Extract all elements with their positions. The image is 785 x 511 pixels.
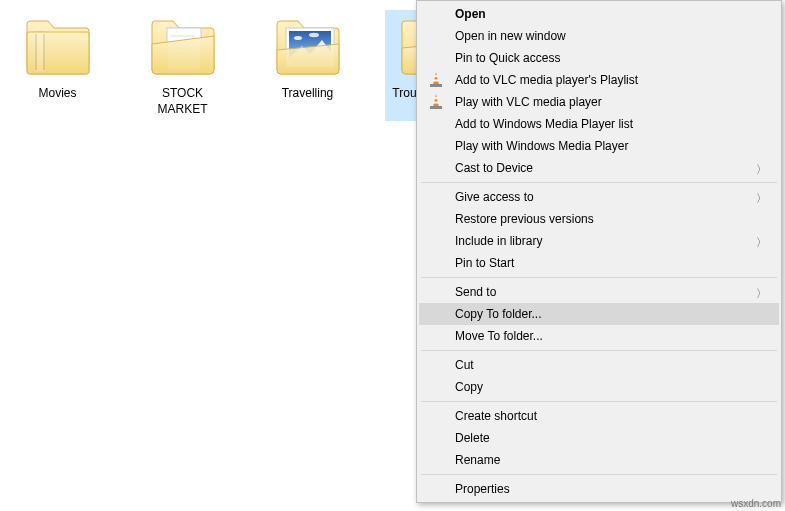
folder-movies[interactable]: Movies [10,10,105,121]
menu-item-cast-to-device[interactable]: Cast to Device〉 [419,157,779,179]
menu-item-open-in-new-window[interactable]: Open in new window [419,25,779,47]
menu-item-create-shortcut[interactable]: Create shortcut [419,405,779,427]
menu-item-add-to-windows-media-player-list[interactable]: Add to Windows Media Player list [419,113,779,135]
menu-item-give-access-to[interactable]: Give access to〉 [419,186,779,208]
menu-item-play-with-vlc-media-player[interactable]: Play with VLC media player [419,91,779,113]
vlc-icon [427,71,445,89]
menu-item-label: Give access to [455,190,534,204]
chevron-right-icon: 〉 [756,235,767,250]
menu-item-label: Play with Windows Media Player [455,139,628,153]
menu-item-play-with-windows-media-player[interactable]: Play with Windows Media Player [419,135,779,157]
menu-item-open[interactable]: Open [419,3,779,25]
menu-item-properties[interactable]: Properties [419,478,779,500]
menu-item-add-to-vlc-media-player-s-playlist[interactable]: Add to VLC media player's Playlist [419,69,779,91]
menu-item-pin-to-start[interactable]: Pin to Start [419,252,779,274]
svg-point-11 [294,36,302,40]
menu-item-rename[interactable]: Rename [419,449,779,471]
watermark: wsxdn.com [731,498,781,509]
menu-item-include-in-library[interactable]: Include in library〉 [419,230,779,252]
menu-item-label: Pin to Start [455,256,514,270]
menu-item-label: Cut [455,358,474,372]
folder-label: STOCK MARKET [139,86,226,117]
menu-item-delete[interactable]: Delete [419,427,779,449]
menu-separator [421,350,777,351]
menu-item-label: Play with VLC media player [455,95,602,109]
context-menu: OpenOpen in new windowPin to Quick acces… [416,0,782,503]
menu-item-label: Cast to Device [455,161,533,175]
vlc-icon [427,93,445,111]
menu-item-cut[interactable]: Cut [419,354,779,376]
menu-item-label: Copy To folder... [455,307,542,321]
menu-item-label: Rename [455,453,500,467]
svg-rect-19 [430,84,442,87]
folder-label: Travelling [282,86,334,102]
menu-item-restore-previous-versions[interactable]: Restore previous versions [419,208,779,230]
menu-item-pin-to-quick-access[interactable]: Pin to Quick access [419,47,779,69]
folder-stock-market[interactable]: STOCK MARKET [135,10,230,121]
menu-item-copy[interactable]: Copy [419,376,779,398]
menu-separator [421,182,777,183]
chevron-right-icon: 〉 [756,286,767,301]
folder-travelling[interactable]: Travelling [260,10,355,121]
menu-item-label: Add to VLC media player's Playlist [455,73,638,87]
menu-item-label: Open in new window [455,29,566,43]
folder-icon [24,14,92,82]
menu-item-label: Properties [455,482,510,496]
folder-icon [274,14,342,82]
chevron-right-icon: 〉 [756,191,767,206]
menu-item-label: Send to [455,285,496,299]
chevron-right-icon: 〉 [756,162,767,177]
menu-item-label: Delete [455,431,490,445]
svg-rect-20 [434,75,439,77]
menu-separator [421,401,777,402]
menu-item-label: Restore previous versions [455,212,594,226]
menu-item-label: Move To folder... [455,329,543,343]
menu-separator [421,277,777,278]
svg-point-12 [309,33,319,37]
svg-rect-21 [433,80,439,82]
svg-rect-23 [434,97,439,99]
svg-rect-3 [27,32,89,74]
menu-item-label: Pin to Quick access [455,51,560,65]
folder-icon [149,14,217,82]
folder-label: Movies [38,86,76,102]
menu-item-move-to-folder[interactable]: Move To folder... [419,325,779,347]
svg-rect-22 [430,106,442,109]
menu-item-copy-to-folder[interactable]: Copy To folder... [419,303,779,325]
menu-item-label: Add to Windows Media Player list [455,117,633,131]
svg-rect-24 [433,102,439,104]
menu-item-send-to[interactable]: Send to〉 [419,281,779,303]
menu-item-label: Open [455,7,486,21]
menu-item-label: Include in library [455,234,542,248]
menu-separator [421,474,777,475]
menu-item-label: Copy [455,380,483,394]
menu-item-label: Create shortcut [455,409,537,423]
